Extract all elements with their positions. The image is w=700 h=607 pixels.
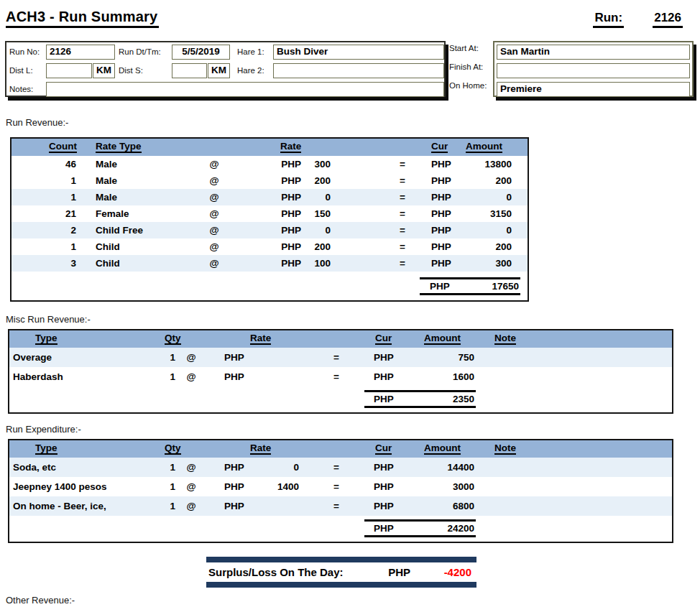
cell-cur: PHP bbox=[224, 481, 253, 492]
cell-type: Soda, etc bbox=[9, 462, 157, 473]
surplus-amount: -4200 bbox=[410, 566, 471, 578]
run-no-label: Run No: bbox=[9, 47, 40, 56]
at-symbol: @ bbox=[175, 371, 207, 382]
dist-l-field[interactable] bbox=[46, 63, 92, 78]
cell-cur: PHP bbox=[230, 175, 301, 186]
start-at-label: Start At: bbox=[449, 44, 479, 52]
cell-rate: 0 bbox=[253, 462, 299, 473]
cell-rate: 0 bbox=[301, 192, 331, 203]
cell-amount: 200 bbox=[459, 241, 512, 252]
cell-qty: 1 bbox=[157, 352, 175, 363]
misc-revenue-total-row: PHP 2350 bbox=[364, 390, 476, 408]
table-row: Haberdash 1 @ PHP = PHP 1600 bbox=[9, 367, 672, 386]
cell-rate-type: Child Free bbox=[96, 225, 198, 236]
dist-l-unit-box: KM bbox=[93, 63, 115, 78]
run-dttm-field[interactable]: 5/5/2019 bbox=[172, 45, 230, 60]
table-row: Soda, etc 1 @ PHP 0 = PHP 14400 bbox=[9, 458, 672, 477]
equals-symbol: = bbox=[394, 159, 411, 170]
notes-field[interactable] bbox=[46, 82, 444, 97]
on-home-label: On Home: bbox=[449, 81, 487, 90]
col-header-qty: Qty bbox=[165, 442, 181, 455]
notes-label: Notes: bbox=[9, 85, 33, 93]
finish-at-label: Finish At: bbox=[449, 62, 483, 71]
table-row: 1 Child @ PHP 200 = PHP 200 bbox=[11, 238, 528, 255]
cell-count: 3 bbox=[11, 258, 89, 269]
total-currency: PHP bbox=[430, 281, 450, 292]
dist-s-field[interactable] bbox=[172, 63, 207, 78]
hare1-field[interactable]: Bush Diver bbox=[273, 45, 444, 60]
equals-symbol: = bbox=[394, 258, 411, 269]
misc-revenue-header-row: Type Qty Rate Cur Amount Note bbox=[9, 330, 672, 348]
col-header-amount: Amount bbox=[424, 333, 461, 345]
cell-count: 21 bbox=[11, 208, 89, 219]
col-header-type: Type bbox=[35, 333, 57, 345]
hare2-field[interactable] bbox=[273, 63, 444, 78]
at-symbol: @ bbox=[198, 208, 230, 219]
cell-cur: PHP bbox=[431, 192, 459, 203]
cell-rate-type: Male bbox=[96, 192, 198, 203]
run-details-form: Run No: 2126 Run Dt/Tm: 5/5/2019 Hare 1:… bbox=[5, 41, 446, 97]
cell-amount: 300 bbox=[459, 258, 512, 269]
expenditure-section-label: Run Expenditure:- bbox=[6, 424, 81, 435]
cell-type: Overage bbox=[9, 352, 157, 363]
cell-cur: PHP bbox=[230, 159, 301, 170]
equals-symbol: = bbox=[326, 462, 347, 473]
cell-count: 1 bbox=[11, 241, 89, 252]
surplus-currency: PHP bbox=[388, 566, 410, 578]
run-revenue-rows: 46 Male @ PHP 300 = PHP 13800 1 Male @ P… bbox=[11, 156, 528, 272]
at-symbol: @ bbox=[198, 225, 230, 236]
run-number-header: Run: 2126 bbox=[593, 11, 683, 28]
cell-qty: 1 bbox=[157, 501, 175, 511]
surplus-bottom-bar bbox=[206, 582, 476, 588]
cell-amount: 0 bbox=[459, 192, 512, 203]
table-row: 3 Child @ PHP 100 = PHP 300 bbox=[11, 255, 528, 272]
run-number: 2126 bbox=[653, 11, 683, 28]
cell-rate: 0 bbox=[301, 225, 331, 236]
cell-rate: 300 bbox=[301, 159, 331, 170]
cell-count: 46 bbox=[11, 159, 89, 170]
run-summary-page: ACH3 - Run Summary Run: 2126 Run No: 212… bbox=[0, 0, 700, 607]
table-row: 21 Female @ PHP 150 = PHP 3150 bbox=[11, 205, 528, 222]
cell-rate: 200 bbox=[301, 241, 331, 252]
equals-symbol: = bbox=[394, 175, 411, 186]
cell-amount: 3150 bbox=[459, 208, 512, 219]
col-header-amount: Amount bbox=[466, 141, 502, 153]
cell-rate-type: Female bbox=[96, 208, 198, 219]
table-row: 1 Male @ PHP 200 = PHP 200 bbox=[11, 172, 528, 189]
cell-amount: 3000 bbox=[402, 481, 474, 492]
equals-symbol: = bbox=[394, 225, 411, 236]
equals-symbol: = bbox=[326, 481, 347, 492]
misc-revenue-table: Type Qty Rate Cur Amount Note Overage 1 … bbox=[8, 329, 673, 414]
equals-symbol: = bbox=[326, 352, 347, 363]
cell-amount: 200 bbox=[459, 175, 512, 186]
on-home-field[interactable]: Premiere bbox=[497, 82, 690, 97]
cell-cur: PHP bbox=[374, 481, 402, 492]
col-header-qty: Qty bbox=[165, 333, 181, 345]
cell-count: 1 bbox=[11, 175, 89, 186]
equals-symbol: = bbox=[326, 501, 347, 511]
cell-rate-type: Male bbox=[96, 159, 198, 170]
table-row: Jeepney 1400 pesos 1 @ PHP 1400 = PHP 30… bbox=[9, 477, 672, 496]
finish-at-field[interactable] bbox=[497, 63, 690, 78]
cell-rate: 100 bbox=[301, 258, 331, 269]
cell-cur: PHP bbox=[230, 258, 301, 269]
surplus-top-bar bbox=[206, 557, 476, 562]
location-form: San Martin Premiere bbox=[493, 41, 694, 97]
equals-symbol: = bbox=[394, 192, 411, 203]
cell-cur: PHP bbox=[431, 258, 459, 269]
cell-cur: PHP bbox=[431, 241, 459, 252]
start-at-field[interactable]: San Martin bbox=[497, 45, 690, 60]
surplus-row: Surplus/Loss On The Day: PHP -4200 bbox=[206, 562, 476, 582]
cell-qty: 1 bbox=[157, 481, 175, 492]
expenditure-total-row: PHP 24200 bbox=[364, 519, 476, 537]
cell-rate-type: Male bbox=[96, 175, 198, 186]
cell-cur: PHP bbox=[374, 501, 402, 511]
cell-cur: PHP bbox=[224, 462, 253, 473]
cell-amount: 1600 bbox=[402, 371, 474, 382]
cell-rate: 1400 bbox=[253, 481, 299, 492]
run-no-field[interactable]: 2126 bbox=[46, 45, 115, 60]
col-header-rate: Rate bbox=[250, 333, 271, 345]
total-amount: 17650 bbox=[492, 281, 519, 292]
other-revenue-section-label: Other Revenue:- bbox=[6, 595, 75, 606]
col-header-cur: Cur bbox=[375, 442, 392, 455]
